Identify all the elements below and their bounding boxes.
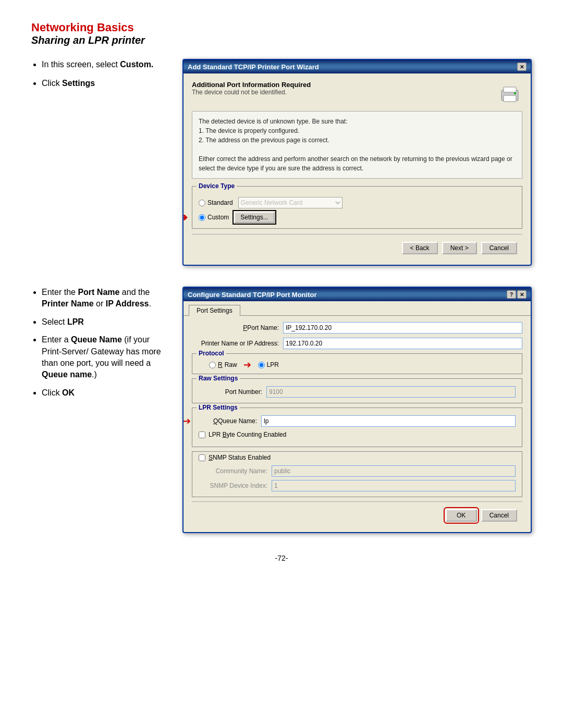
bullet3: Enter the Port Name and the Printer Name… bbox=[42, 287, 167, 310]
dialog1-header-subtitle: The device could not be identified. bbox=[192, 89, 311, 96]
raw-label[interactable]: RRaw bbox=[209, 361, 237, 368]
custom-label[interactable]: Custom bbox=[199, 214, 229, 221]
queue-name-row: ➔ QQueue Name: bbox=[199, 415, 516, 427]
bullet6: Click OK bbox=[42, 387, 167, 399]
lpr-radio[interactable] bbox=[258, 362, 265, 368]
dialog2-titlebar-buttons: ? ✕ bbox=[507, 290, 527, 299]
dialog1-footer: < Back Next > Cancel bbox=[192, 239, 522, 257]
lpr-byte-counting-row: LPR Byte Counting Enabled bbox=[199, 431, 516, 438]
arrow-to-custom: ➔ bbox=[182, 211, 188, 224]
section1: In this screen, select Custom. Click Set… bbox=[31, 59, 532, 266]
lpr-byte-counting-checkbox[interactable] bbox=[199, 431, 205, 438]
arrow-to-port-name: ➔ bbox=[182, 322, 184, 334]
port-name-bold: Port Name bbox=[78, 288, 119, 297]
bullet2: Click Settings bbox=[42, 78, 167, 89]
snmp-status-checkbox[interactable] bbox=[199, 454, 205, 461]
lpr-settings-groupbox: LPR Settings ➔ QQueue Name: LPR Byte Cou… bbox=[192, 408, 522, 447]
lpr-settings-legend: LPR Settings bbox=[197, 404, 240, 411]
page-title: Networking Basics bbox=[31, 21, 532, 34]
section2-bullets: Enter the Port Name and the Printer Name… bbox=[31, 287, 167, 405]
printer-name-bold: Printer Name bbox=[42, 299, 94, 308]
generic-network-card-select[interactable]: Generic Network Card bbox=[238, 197, 342, 208]
queue-name-bold2: Queue name bbox=[42, 370, 92, 379]
port-name-row: ➔ PPort Name: bbox=[192, 322, 522, 334]
community-name-label: Community Name: bbox=[199, 467, 272, 475]
standard-label[interactable]: Standard bbox=[199, 199, 233, 206]
device-type-legend: Device Type bbox=[197, 182, 237, 190]
community-name-input[interactable] bbox=[272, 465, 516, 477]
help-button[interactable]: ? bbox=[507, 290, 516, 299]
dialog2-footer: OK Cancel bbox=[192, 506, 522, 525]
printer-name-row: ➔ Printer Name or IP Address: bbox=[192, 338, 522, 349]
tcp-wizard-dialog: Add Standard TCP/IP Printer Port Wizard … bbox=[182, 59, 532, 266]
page-subtitle: Sharing an LPR printer bbox=[31, 34, 532, 46]
standard-row: Standard Generic Network Card bbox=[199, 197, 516, 208]
next-button[interactable]: Next > bbox=[442, 242, 477, 254]
dialog1-titlebar: Add Standard TCP/IP Printer Port Wizard … bbox=[183, 60, 531, 73]
port-settings-tab[interactable]: Port Settings bbox=[189, 305, 240, 316]
ok-bold: OK bbox=[62, 388, 75, 397]
raw-radio[interactable] bbox=[209, 362, 216, 368]
configure-dialog: Configure Standard TCP/IP Port Monitor ?… bbox=[182, 287, 532, 533]
queue-name-label: QQueue Name: bbox=[199, 417, 261, 425]
ok-button[interactable]: OK bbox=[446, 509, 477, 522]
svg-point-3 bbox=[514, 92, 516, 94]
dialog2-body: ➔ PPort Name: ➔ Printer Name or IP Addre… bbox=[183, 316, 531, 532]
svg-rect-1 bbox=[504, 87, 516, 92]
snmp-status-label: SNMP Status Enabled bbox=[209, 454, 271, 461]
protocol-legend: Protocol bbox=[197, 350, 226, 357]
snmp-device-label: SNMP Device Index: bbox=[199, 482, 272, 489]
page-title-section: Networking Basics Sharing an LPR printer bbox=[31, 21, 532, 46]
dialog1-body: Additional Port Information Required The… bbox=[183, 73, 531, 265]
ip-address-bold: IP Address bbox=[106, 299, 149, 308]
printer-icon bbox=[497, 81, 522, 106]
snmp-device-input[interactable] bbox=[272, 480, 516, 491]
custom-radio[interactable] bbox=[199, 214, 205, 221]
port-name-input[interactable] bbox=[283, 322, 522, 334]
standard-text: Standard bbox=[207, 199, 233, 206]
bullet5: Enter a Queue Name (if your Print-Server… bbox=[42, 334, 167, 381]
port-number-input[interactable] bbox=[266, 386, 516, 398]
cancel-button[interactable]: Cancel bbox=[481, 242, 517, 254]
snmp-status-row: SNMP Status Enabled bbox=[199, 454, 516, 461]
custom-bold: Custom. bbox=[120, 60, 153, 69]
community-name-row: Community Name: bbox=[199, 465, 516, 477]
raw-settings-legend: Raw Settings bbox=[197, 375, 240, 382]
lpr-option: ➔ LPR bbox=[258, 361, 279, 368]
arrow-to-lpr: ➔ bbox=[243, 359, 251, 371]
arrow-to-queue: ➔ bbox=[183, 415, 191, 427]
section1-bullets: In this screen, select Custom. Click Set… bbox=[31, 59, 167, 97]
printer-name-input[interactable] bbox=[283, 338, 522, 349]
settings-bold: Settings bbox=[62, 79, 95, 88]
protocol-row: RRaw ➔ LPR bbox=[199, 361, 516, 368]
arrow-to-printer-name: ➔ bbox=[182, 338, 184, 349]
cancel-button2[interactable]: Cancel bbox=[481, 509, 517, 522]
raw-settings-groupbox: Raw Settings Port Number: bbox=[192, 378, 522, 403]
dialog1-header: Additional Port Information Required The… bbox=[192, 81, 522, 106]
dialog1-title: Add Standard TCP/IP Printer Port Wizard bbox=[188, 63, 319, 71]
device-type-groupbox: Device Type Standard Generic Network Car… bbox=[192, 186, 522, 229]
dialog1-header-title: Additional Port Information Required bbox=[192, 81, 311, 89]
back-button[interactable]: < Back bbox=[402, 242, 438, 254]
port-number-row: Port Number: bbox=[199, 386, 516, 398]
lpr-bold: LPR bbox=[67, 317, 84, 326]
port-number-label: Port Number: bbox=[199, 388, 266, 396]
queue-name-bold: Queue Name bbox=[71, 335, 122, 344]
titlebar-buttons: ✕ bbox=[517, 63, 527, 71]
lpr-label[interactable]: LPR bbox=[258, 361, 279, 368]
svg-rect-2 bbox=[504, 95, 516, 102]
queue-name-input[interactable] bbox=[261, 415, 516, 427]
close-button[interactable]: ✕ bbox=[517, 63, 527, 71]
custom-text: Custom bbox=[207, 214, 229, 221]
protocol-groupbox: Protocol RRaw ➔ LPR bbox=[192, 353, 522, 374]
dialog1-header-text: Additional Port Information Required The… bbox=[192, 81, 311, 96]
dialog1-message: The detected device is of unknown type. … bbox=[192, 111, 522, 179]
bullet1: In this screen, select Custom. bbox=[42, 59, 167, 70]
settings-button[interactable]: Settings... bbox=[234, 212, 274, 223]
bullet4: Select LPR bbox=[42, 316, 167, 328]
dialog2-titlebar: Configure Standard TCP/IP Port Monitor ?… bbox=[183, 288, 531, 301]
standard-radio[interactable] bbox=[199, 200, 205, 206]
close-button2[interactable]: ✕ bbox=[517, 290, 527, 299]
tab-bar: Port Settings bbox=[183, 301, 531, 316]
snmp-device-row: SNMP Device Index: bbox=[199, 480, 516, 491]
